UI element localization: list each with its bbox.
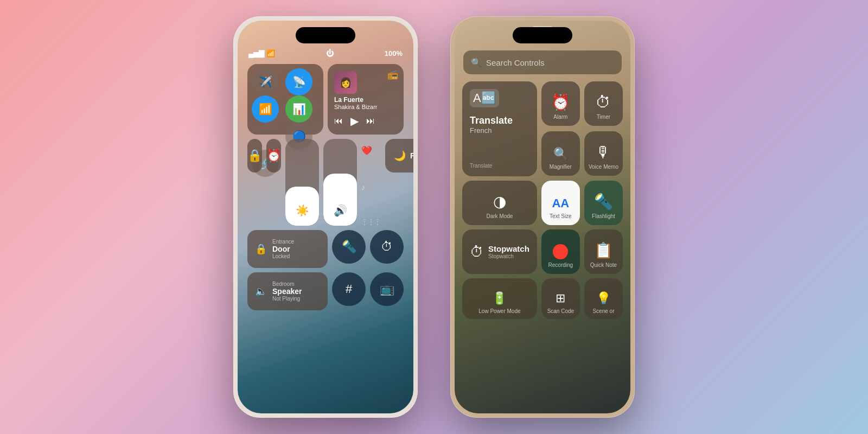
search-icon: 🔍 [471,58,482,68]
airplay-button[interactable]: 📻 [387,69,398,80]
text-size-label: Text Size [550,213,572,220]
calculator-button[interactable]: # [332,272,366,306]
stopwatch-sub: Stopwatch [488,253,529,259]
flashlight-tile[interactable]: 🔦 Flashlight [584,181,623,225]
dynamic-island-1 [296,27,355,43]
search-controls-bar[interactable]: 🔍 Search Controls [463,50,622,74]
airplane-button[interactable]: ✈️ [252,68,279,95]
scan-code-icon: ⊞ [556,291,565,305]
stopwatch-title: Stopwatch [488,244,529,253]
recording-tile[interactable]: Recording [541,229,580,274]
search-placeholder: Search Controls [486,58,545,67]
music-tile[interactable]: 📻 👩 La Fuerte Shakira & Bizarr ⏮ ▶ ⏭ [328,64,404,135]
translate-tile[interactable]: A🔤 Translate French Translate [462,81,537,176]
low-power-tile[interactable]: 🔋 Low Power Mode [462,278,537,319]
heart-icon: ❤️ [361,145,372,156]
album-art: 👩 [334,71,357,94]
door-labels: Entrance Door Locked [272,239,294,259]
brightness-icon: ☀️ [296,204,309,217]
magnifier-tile[interactable]: 🔍 Magnifier [541,131,580,176]
power-icon: ⏻ [326,49,334,58]
bedroom-speaker-tile[interactable]: 🔈 Bedroom Speaker Not Playing [247,272,328,310]
music-controls: ⏮ ▶ ⏭ [334,114,375,127]
scan-code-label: Scan Code [547,308,574,315]
wifi-button[interactable]: 📶 [252,95,279,123]
speaker-mainlabel: Speaker [272,287,302,296]
sliders-area: ☀️ 🔊 ❤️ ♪ ⋮⋮⋮ [285,139,381,226]
phone1-screen: ▄▅▇ 📶 ⏻ 100% ✈️ 📡 📶 📊 🔵 🔗 [238,21,413,413]
alarm-button[interactable]: ⏰ [266,139,281,173]
translate-icons-row: A🔤 [470,89,499,107]
equalizer-icon: ⋮⋮⋮ [361,218,381,226]
alarm-tile[interactable]: ⏰ Alarm [541,81,580,126]
song-title: La Fuerte [334,96,377,104]
prev-button[interactable]: ⏮ [334,116,343,126]
airdrop-button[interactable]: 📡 [285,68,312,95]
stopwatch-tile[interactable]: ⏱ Stopwatch Stopwatch [462,229,537,274]
play-button[interactable]: ▶ [350,114,359,127]
quick-note-label: Quick Note [590,261,617,269]
dark-mode-tile[interactable]: ◑ Dark Mode [462,181,537,225]
quick-note-icon: 📋 [594,241,613,259]
tv-button[interactable]: 📺 [370,272,404,306]
timer-icon: ⏱ [596,93,611,111]
door-sublabel: Entrance [272,239,294,245]
cc-row-2: 🔒 ⏰ ☀️ 🔊 ❤️ [247,139,404,226]
scene-tile[interactable]: 💡 Scene or [584,278,623,319]
timer-tile[interactable]: ⏱ Timer [584,81,623,126]
phone2-screen: 🔍 Search Controls A🔤 Translate French Tr… [455,21,630,413]
text-size-icon: AA [552,196,569,210]
side-icons: ❤️ ♪ ⋮⋮⋮ [361,139,381,226]
dark-mode-label: Dark Mode [486,213,513,220]
translate-icon: A🔤 [470,89,499,107]
translate-title: Translate [470,115,513,126]
stopwatch-labels: Stopwatch Stopwatch [488,244,529,259]
lock-icon: 🔒 [255,243,267,255]
low-power-icon: 🔋 [492,291,507,305]
speaker-labels: Bedroom Speaker Not Playing [272,281,302,302]
focus-label: Focus [410,151,413,160]
dark-buttons-row-2: # 📺 [332,272,404,310]
alarm-icon: ⏰ [551,93,570,111]
scene-label: Scene or [592,308,614,315]
voice-memo-label: Voice Memo [589,163,618,170]
speaker-icon: 🔈 [255,285,267,297]
entrance-door-tile[interactable]: 🔒 Entrance Door Locked [247,230,328,268]
speaker-sublabel: Bedroom [272,281,295,287]
phone-2: 🔍 Search Controls A🔤 Translate French Tr… [450,16,635,418]
magnifier-label: Magnifier [550,163,572,170]
cellular-button[interactable]: 📊 [285,95,312,123]
dark-buttons-row: 🔦 ⏱ [332,230,404,268]
brightness-slider[interactable]: ☀️ [285,139,319,226]
next-button[interactable]: ⏭ [366,116,375,126]
volume-slider[interactable]: 🔊 [323,139,357,226]
cc-row-1: ✈️ 📡 📶 📊 🔵 🔗 📻 👩 La Fuerte Shakira [247,64,404,135]
volume-icon: 🔊 [334,204,347,217]
music-info: La Fuerte Shakira & Bizarr [334,96,377,110]
door-mainlabel: Door [272,245,290,253]
screen-lock-button[interactable]: 🔒 [247,139,262,173]
flashlight-button[interactable]: 🔦 [332,230,366,264]
text-size-tile[interactable]: AA Text Size [541,181,580,225]
flashlight-icon: 🔦 [594,193,613,210]
magnifier-icon: 🔍 [553,147,568,161]
low-power-label: Low Power Mode [478,308,520,315]
focus-tile[interactable]: 🌙 Focus ⌄ [385,139,413,173]
voice-memo-icon: 🎙 [596,143,611,161]
cc-row-4: 🔈 Bedroom Speaker Not Playing # 📺 [247,272,404,310]
artist-name: Shakira & Bizarr [334,104,377,110]
timer-button[interactable]: ⏱ [370,230,404,264]
translate-main: Translate French [470,115,513,135]
recording-label: Recording [548,261,573,269]
translate-lang: French [470,126,513,135]
dynamic-island-2 [513,27,572,43]
alarm-label: Alarm [553,113,567,120]
network-tile[interactable]: ✈️ 📡 📶 📊 🔵 🔗 [247,64,323,135]
record-dot [553,244,568,259]
scan-code-tile[interactable]: ⊞ Scan Code [541,278,580,319]
voice-memo-tile[interactable]: 🎙 Voice Memo [584,131,623,176]
status-bar-1: ▄▅▇ 📶 ⏻ 100% [248,49,403,58]
signal-icon: ▄▅▇ 📶 [248,49,275,58]
quick-note-tile[interactable]: 📋 Quick Note [584,229,623,274]
stopwatch-icon: ⏱ [470,244,484,260]
